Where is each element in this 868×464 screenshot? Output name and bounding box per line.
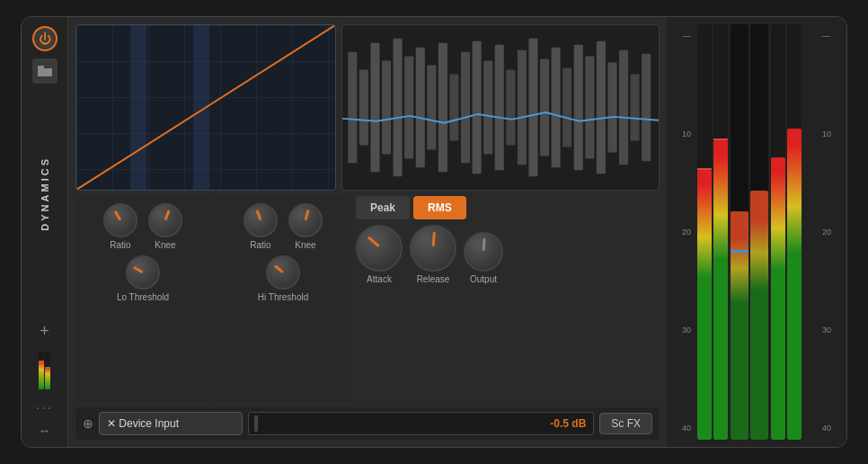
lo-knee-knob[interactable] [148, 203, 182, 237]
svg-rect-0 [38, 68, 52, 76]
hi-knob-row: Ratio Knee [244, 203, 323, 250]
plugin-title: DYNAMICS [40, 156, 50, 231]
attack-group: Attack [356, 225, 403, 284]
lo-ratio-knob[interactable] [103, 203, 137, 237]
svg-rect-16 [495, 45, 504, 170]
svg-rect-15 [483, 61, 492, 155]
svg-rect-23 [574, 45, 583, 170]
scale-mark-0: — [672, 31, 694, 40]
hi-threshold-row: Hi Threshold [258, 255, 309, 302]
scale-mark-30: 30 [672, 326, 694, 335]
svg-rect-22 [562, 67, 571, 147]
scale-mark-20: 20 [672, 228, 694, 236]
meter-fill-ch3-l [771, 157, 785, 440]
transfer-display [75, 24, 336, 191]
meter-channel-3 [771, 24, 802, 440]
svg-rect-28 [631, 74, 640, 140]
peak-button[interactable]: Peak [356, 196, 410, 219]
svg-rect-25 [597, 41, 606, 174]
lo-threshold-label: Lo Threshold [117, 292, 169, 302]
scale-r-mark-30: 30 [819, 326, 841, 335]
device-icon: ⊕ [83, 416, 93, 431]
waveform-canvas [342, 25, 659, 190]
top-displays [75, 24, 660, 191]
meter-fill-ch2-l [731, 211, 748, 440]
hi-controls: Ratio Knee Hi Threshold [216, 196, 350, 402]
meter-fill-ch3-r [787, 129, 802, 441]
hi-threshold-knob[interactable] [266, 255, 300, 290]
waveform-display [341, 24, 660, 191]
svg-rect-9 [416, 48, 425, 168]
db-value: -0.5 dB [550, 417, 586, 430]
peak-rms-row: Peak RMS [356, 196, 660, 219]
output-label: Output [470, 274, 497, 284]
svg-rect-12 [449, 74, 458, 140]
svg-rect-1 [38, 66, 44, 69]
options-dots[interactable]: ··· [36, 400, 53, 416]
hi-ratio-label: Ratio [250, 240, 270, 250]
peak-line-ch1-r [713, 138, 728, 140]
meter-bar-ch2-r [750, 24, 768, 440]
main-area: Ratio Knee Lo Threshold [68, 17, 667, 447]
plugin-container: ⏻ DYNAMICS + ··· ↔ [21, 16, 847, 448]
gr-indicator [731, 250, 748, 253]
dynamics-knobs: Attack Release Output [356, 225, 660, 284]
db-display: -0.5 dB [248, 412, 594, 435]
svg-rect-24 [585, 57, 594, 159]
meter-scale-right: — 10 20 30 40 [819, 24, 841, 440]
svg-rect-5 [370, 43, 379, 172]
lo-knob-row: Ratio Knee [103, 203, 182, 250]
bottom-bar: ⊕ ✕ Device Input -0.5 dB Sc FX [75, 407, 660, 440]
hi-threshold-label: Hi Threshold [258, 292, 309, 302]
svg-rect-10 [427, 66, 436, 150]
release-group: Release [410, 225, 456, 284]
peak-line-ch1-l [697, 168, 712, 170]
meter-channel-1 [697, 24, 728, 440]
meter-bars-group [697, 24, 816, 440]
svg-rect-19 [528, 39, 537, 176]
svg-rect-7 [394, 39, 403, 176]
scale-mark-10: 10 [672, 129, 694, 138]
rms-button[interactable]: RMS [413, 196, 466, 219]
left-sidebar: ⏻ DYNAMICS + ··· ↔ [22, 17, 68, 447]
hi-knee-group: Knee [288, 203, 323, 250]
meter-scale-left: — 10 20 30 40 [672, 24, 694, 440]
waveform-bars [348, 39, 651, 176]
release-knob[interactable] [410, 225, 456, 272]
lo-threshold-knob[interactable] [126, 255, 160, 290]
svg-rect-6 [382, 61, 391, 155]
scale-r-mark-20: 20 [819, 228, 841, 236]
scale-r-mark-40: 40 [819, 424, 841, 433]
lo-controls: Ratio Knee Lo Threshold [75, 196, 210, 402]
lo-threshold-row: Lo Threshold [117, 255, 169, 302]
scale-mark-40: 40 [672, 424, 694, 433]
lo-ratio-group: Ratio [103, 203, 137, 250]
meters-container: — 10 20 30 40 [672, 24, 841, 440]
svg-rect-20 [540, 59, 549, 156]
svg-rect-27 [619, 50, 628, 165]
meter-fill-ch1-l [697, 170, 712, 440]
device-input-select[interactable]: ✕ Device Input [99, 412, 243, 435]
svg-line-2 [76, 25, 335, 190]
meter-bar-ch3-l [771, 24, 785, 440]
hi-knee-knob[interactable] [288, 203, 323, 237]
svg-rect-8 [404, 57, 413, 159]
meter-bar-1 [39, 352, 44, 389]
folder-button[interactable] [32, 58, 58, 84]
meter-bar-ch1-r [713, 24, 728, 440]
scale-r-mark-0: — [819, 31, 841, 40]
add-left-button[interactable]: + [40, 322, 49, 341]
svg-rect-11 [438, 43, 447, 172]
hi-ratio-knob[interactable] [244, 203, 278, 237]
lo-knee-label: Knee [155, 240, 175, 250]
output-knob[interactable] [464, 232, 503, 272]
power-button[interactable]: ⏻ [32, 26, 58, 51]
sc-fx-button[interactable]: Sc FX [599, 413, 652, 434]
meter-section: — 10 20 30 40 [667, 17, 846, 447]
svg-rect-14 [473, 41, 482, 174]
scale-r-mark-10: 10 [819, 129, 841, 138]
meter-bar-ch3-r [787, 24, 802, 440]
route-icon[interactable]: ↔ [39, 424, 51, 438]
attack-knob[interactable] [356, 225, 403, 272]
transfer-curve [76, 25, 335, 190]
